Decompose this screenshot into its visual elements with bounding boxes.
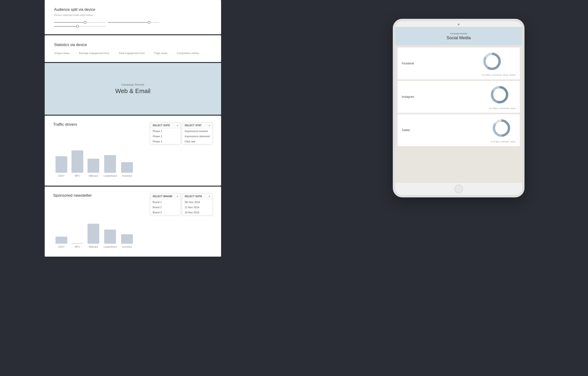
facebook-donut-wrapper: % of likes, comments, views, shares — [481, 51, 515, 76]
audience-card-subtitle: Device selected loads stats below — [54, 14, 212, 16]
bar-dsky-label: DSKY — [58, 175, 64, 177]
nl-bar-dsky-label: DSKY — [58, 246, 64, 248]
tablet-screen: Campaign Results Social Media Facebook — [395, 27, 522, 183]
twitter-donut-wrapper: % of likes, retweets, views — [491, 117, 515, 143]
select-stat-arrow: ▾ — [209, 124, 210, 127]
slider-track-2 — [54, 26, 106, 27]
twitter-title: Twitter — [402, 128, 418, 132]
select-date-header[interactable]: SELECT DATE ▾ — [150, 122, 180, 128]
nl-bar-leaderboard-rect — [104, 230, 116, 244]
select-brand-arrow: ▾ — [177, 195, 178, 198]
instagram-title: Instagram — [402, 95, 418, 98]
slider-row-1 — [54, 22, 212, 23]
instagram-donut-svg — [489, 84, 510, 105]
select-stat-header[interactable]: SELECT STAT ▾ — [182, 122, 212, 128]
bar-dsky: DSKY — [55, 156, 67, 177]
web-email-banner: Campaign Results Web & Email — [45, 63, 221, 115]
tablet-camera — [458, 23, 460, 25]
facebook-card-info: Facebook — [402, 62, 418, 65]
traffic-bar-chart: DSKY MPU Billboard Leaderboard Incontent — [53, 149, 213, 177]
statistics-card-title: Statistics via device — [54, 43, 212, 47]
slider-thumb-1[interactable] — [84, 21, 86, 24]
banner-sub: Campaign Results — [121, 83, 144, 86]
tablet-content: Facebook % of likes, comments, views, sh… — [395, 45, 522, 183]
left-panel: Audience split via device Device selecte… — [45, 0, 221, 257]
select-stat-dropdown[interactable]: SELECT STAT ▾ Impressions booked Impress… — [182, 122, 213, 144]
slider-thumb-1b[interactable] — [148, 21, 150, 24]
tablet-header-sub: Campaign Results — [400, 32, 517, 35]
brand-option-1[interactable]: Brand 1 — [150, 199, 180, 205]
nl-bar-dsky-rect — [55, 237, 67, 244]
bar-mpu-label: MPU — [75, 175, 80, 177]
stat-total-engagement: Total engagement time — [118, 52, 145, 54]
facebook-title: Facebook — [402, 62, 418, 65]
instagram-card: Instagram % of likes, comments, views — [397, 81, 520, 113]
date-option-2[interactable]: Phase 2 — [150, 134, 180, 139]
sponsored-newsletter-card: Sponsored newsletter SELECT BRAND ▾ Bran… — [45, 187, 221, 257]
nl-bar-billboard-rect — [87, 224, 99, 244]
select-brand-dropdown[interactable]: SELECT BRAND ▾ Brand 1 Brand 2 Brand 3 — [150, 193, 181, 215]
slider-fill-1b — [108, 22, 149, 23]
instagram-description: % of likes, comments, views — [489, 107, 515, 110]
stat-competition: Competition entries — [177, 52, 199, 54]
nl-bar-incontent-label: Incontent — [122, 246, 132, 248]
select-brand-header[interactable]: SELECT BRAND ▾ — [150, 193, 180, 199]
slider-thumb-2[interactable] — [76, 25, 79, 28]
nl-bar-incontent-rect — [121, 234, 133, 244]
nl-bar-mpu-rect — [72, 243, 83, 244]
twitter-card-info: Twitter — [402, 128, 418, 132]
nl-bar-leaderboard: Leaderboard — [104, 230, 117, 248]
newsletter-section-header: Sponsored newsletter SELECT BRAND ▾ Bran… — [53, 193, 213, 215]
stat-option-3[interactable]: Click rate — [182, 139, 212, 144]
facebook-card: Facebook % of likes, comments, views, sh… — [397, 47, 520, 79]
newsletter-title: Sponsored newsletter — [53, 193, 92, 198]
nl-bar-billboard: Billboard — [87, 224, 99, 248]
select-nl-date-arrow: ▾ — [209, 195, 210, 198]
statistics-card: Statistics via device Unique views Avera… — [45, 35, 221, 62]
audience-split-card: Audience split via device Device selecte… — [45, 0, 221, 34]
traffic-drivers-card: Traffic drivers SELECT DATE ▾ Phase 1 Ph… — [45, 116, 221, 186]
bar-leaderboard-label: Leaderboard — [104, 175, 117, 177]
right-panel: Campaign Results Social Media Facebook — [353, 19, 565, 197]
tablet-home-button[interactable] — [454, 185, 463, 193]
nl-date-option-2[interactable]: 12 Nov 2016 — [182, 205, 212, 210]
brand-option-2[interactable]: Brand 2 — [150, 205, 180, 210]
select-date-dropdown[interactable]: SELECT DATE ▾ Phase 1 Phase 2 Phase 3 — [150, 122, 181, 144]
twitter-card: Twitter % of likes, retweets, views — [397, 114, 520, 146]
facebook-donut-svg — [481, 51, 503, 72]
bar-incontent-rect — [121, 162, 133, 173]
brand-option-3[interactable]: Brand 3 — [150, 210, 180, 215]
bar-incontent: Incontent — [121, 162, 133, 177]
facebook-description: % of likes, comments, views, shares — [481, 74, 515, 76]
bar-mpu-rect — [72, 150, 83, 173]
instagram-donut-wrapper: % of likes, comments, views — [489, 84, 515, 110]
traffic-dropdowns: SELECT DATE ▾ Phase 1 Phase 2 Phase 3 SE… — [150, 122, 213, 144]
traffic-section-header: Traffic drivers SELECT DATE ▾ Phase 1 Ph… — [53, 122, 213, 144]
traffic-title: Traffic drivers — [53, 122, 77, 127]
nl-bar-incontent: Incontent — [121, 234, 133, 248]
audience-card-title: Audience split via device — [54, 8, 212, 12]
select-nl-date-dropdown[interactable]: SELECT DATE ▾ 5th Nov 2016 12 Nov 2016 1… — [182, 193, 213, 215]
nl-bar-mpu-label: MPU — [75, 246, 80, 248]
slider-fill-1 — [54, 22, 85, 23]
stat-option-1[interactable]: Impressions booked — [182, 128, 212, 134]
stats-labels: Unique views Average engagement time Tot… — [54, 52, 212, 54]
tablet-header-title: Social Media — [400, 35, 517, 41]
date-option-3[interactable]: Phase 3 — [150, 139, 180, 144]
twitter-description: % of likes, retweets, views — [491, 141, 515, 143]
nl-bar-leaderboard-label: Leaderboard — [104, 246, 117, 248]
stat-avg-engagement: Average engagement time — [79, 52, 109, 54]
bar-dsky-rect — [55, 156, 67, 173]
nl-bar-dsky: DSKY — [55, 237, 67, 248]
bar-incontent-label: Incontent — [122, 175, 132, 177]
nl-date-option-1[interactable]: 5th Nov 2016 — [182, 199, 212, 205]
newsletter-bar-chart: DSKY MPU Billboard Leaderboard Incontent — [53, 220, 213, 248]
twitter-donut-svg — [491, 117, 512, 139]
nl-date-option-3[interactable]: 18 Nov 2016 — [182, 210, 212, 215]
bar-billboard-label: Billboard — [89, 175, 98, 177]
date-option-1[interactable]: Phase 1 — [150, 128, 180, 134]
slider-track-1b — [108, 22, 160, 23]
stat-unique-views: Unique views — [54, 52, 69, 54]
select-nl-date-header[interactable]: SELECT DATE ▾ — [182, 193, 212, 199]
stat-option-2[interactable]: Impressions delivered — [182, 134, 212, 139]
